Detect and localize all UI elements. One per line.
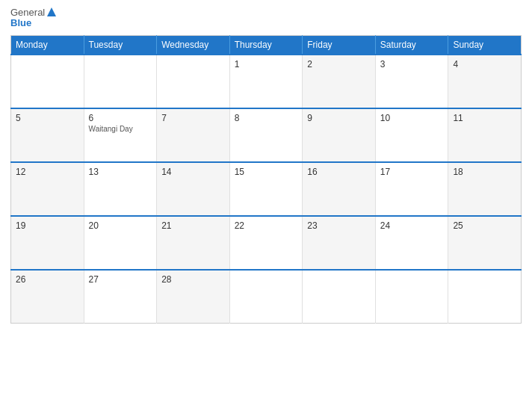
week-row-3: 12131415161718 [11,162,522,216]
weekday-header-sunday: Sunday [448,35,522,55]
calendar-cell: 11 [448,108,522,162]
calendar-cell: 12 [11,162,84,216]
weekday-header-row: MondayTuesdayWednesdayThursdayFridaySatu… [11,35,522,55]
week-row-2: 56Waitangi Day7891011 [11,108,522,162]
calendar-cell [84,55,157,108]
day-number: 5 [16,113,79,123]
day-number: 22 [235,220,298,231]
calendar-cell: 3 [375,55,448,108]
day-number: 28 [161,274,225,285]
calendar-cell: 7 [157,108,230,162]
day-number: 9 [307,113,371,123]
event-label: Waitangi Day [89,125,152,133]
weekday-header-saturday: Saturday [375,35,448,55]
calendar-cell: 23 [303,216,376,270]
weekday-header-wednesday: Wednesday [157,35,230,55]
calendar-cell: 26 [11,270,84,324]
weekday-header-tuesday: Tuesday [84,35,157,55]
header: General Blue [10,7,522,29]
calendar-cell: 15 [229,162,303,216]
logo-blue-text: Blue [10,18,31,28]
day-number: 23 [307,220,371,231]
weekday-header-thursday: Thursday [229,35,303,55]
calendar-cell: 4 [448,55,522,108]
day-number: 15 [235,167,298,177]
calendar-page: General Blue MondayTuesdayWednesdayThurs… [0,0,532,411]
calendar-cell: 17 [375,162,448,216]
calendar-cell [157,55,230,108]
week-row-5: 262728 [11,270,522,324]
logo: General Blue [10,7,57,29]
day-number: 3 [380,59,444,69]
calendar-cell: 27 [84,270,157,324]
week-row-1: 1234 [11,55,522,108]
week-row-4: 19202122232425 [11,216,522,270]
calendar-cell: 16 [303,162,376,216]
day-number: 10 [380,113,444,123]
day-number: 17 [380,167,444,177]
day-number: 26 [16,274,79,285]
calendar-cell: 9 [303,108,376,162]
day-number: 7 [161,113,225,123]
day-number: 12 [16,167,79,177]
calendar-cell: 13 [84,162,157,216]
day-number: 11 [453,113,516,123]
calendar-table: MondayTuesdayWednesdayThursdayFridaySatu… [10,35,522,324]
weekday-header-monday: Monday [11,35,84,55]
calendar-cell: 25 [448,216,522,270]
calendar-cell [303,270,376,324]
calendar-cell [375,270,448,324]
day-number: 13 [89,167,152,177]
day-number: 21 [161,220,225,231]
day-number: 19 [16,220,79,231]
calendar-cell: 1 [229,55,303,108]
svg-marker-0 [47,7,56,16]
day-number: 27 [89,274,152,285]
calendar-cell: 18 [448,162,522,216]
calendar-cell: 6Waitangi Day [84,108,157,162]
calendar-cell [448,270,522,324]
calendar-cell: 20 [84,216,157,270]
logo-general-text: General [10,7,45,18]
day-number: 4 [453,59,516,69]
day-number: 16 [307,167,371,177]
calendar-cell: 22 [229,216,303,270]
calendar-cell: 8 [229,108,303,162]
logo-triangle-icon [46,7,57,17]
calendar-cell: 19 [11,216,84,270]
weekday-header-friday: Friday [303,35,376,55]
day-number: 1 [235,59,298,69]
calendar-cell: 28 [157,270,230,324]
day-number: 6 [89,113,152,123]
day-number: 18 [453,167,516,177]
calendar-cell: 24 [375,216,448,270]
calendar-cell: 14 [157,162,230,216]
calendar-cell [229,270,303,324]
day-number: 14 [161,167,225,177]
day-number: 2 [307,59,371,69]
calendar-cell: 21 [157,216,230,270]
day-number: 25 [453,220,516,231]
calendar-cell: 5 [11,108,84,162]
calendar-cell [11,55,84,108]
day-number: 8 [235,113,298,123]
calendar-cell: 10 [375,108,448,162]
calendar-cell: 2 [303,55,376,108]
day-number: 20 [89,220,152,231]
day-number: 24 [380,220,444,231]
